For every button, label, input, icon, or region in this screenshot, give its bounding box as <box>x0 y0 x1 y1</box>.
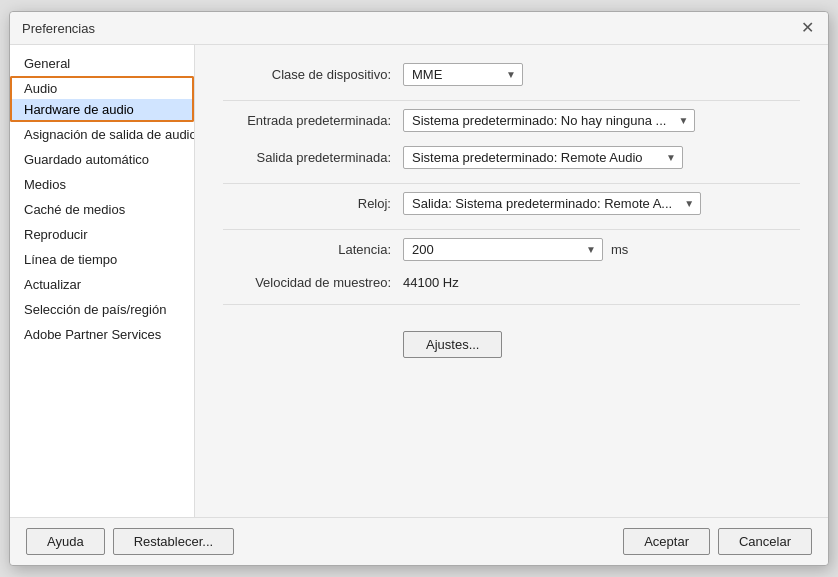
device-class-label: Clase de dispositivo: <box>223 67 403 82</box>
cancel-button[interactable]: Cancelar <box>718 528 812 555</box>
output-control: Sistema predeterminado: Remote Audio ▼ <box>403 146 800 169</box>
device-class-select[interactable]: MME ▼ <box>403 63 523 86</box>
ok-button[interactable]: Aceptar <box>623 528 710 555</box>
clock-label: Reloj: <box>223 196 403 211</box>
sidebar: GeneralAudioHardware de audioAsignación … <box>10 45 195 517</box>
device-class-value: MME <box>412 67 442 82</box>
device-class-row: Clase de dispositivo: MME ▼ <box>223 63 800 86</box>
footer-left: Ayuda Restablecer... <box>26 528 234 555</box>
content-area: Clase de dispositivo: MME ▼ Entrada pred… <box>195 45 828 517</box>
latency-arrow: ▼ <box>586 244 596 255</box>
sample-rate-value: 44100 Hz <box>403 275 459 290</box>
latency-value: 200 <box>412 242 434 257</box>
sidebar-item-linea-de-tiempo[interactable]: Línea de tiempo <box>10 247 194 272</box>
sidebar-item-general[interactable]: General <box>10 51 194 76</box>
sidebar-item-medios[interactable]: Medios <box>10 172 194 197</box>
latency-control: 200 ▼ ms <box>403 238 800 261</box>
clock-arrow: ▼ <box>684 198 694 209</box>
divider-2 <box>223 183 800 184</box>
input-select[interactable]: Sistema predeterminado: No hay ninguna .… <box>403 109 695 132</box>
sidebar-item-audio[interactable]: Audio <box>10 76 194 99</box>
input-value: Sistema predeterminado: No hay ninguna .… <box>412 113 666 128</box>
dialog-footer: Ayuda Restablecer... Aceptar Cancelar <box>10 517 828 565</box>
output-label: Salida predeterminada: <box>223 150 403 165</box>
sample-rate-label: Velocidad de muestreo: <box>223 275 403 290</box>
input-label: Entrada predeterminada: <box>223 113 403 128</box>
clock-row: Reloj: Salida: Sistema predeterminado: R… <box>223 192 800 215</box>
latency-select[interactable]: 200 ▼ <box>403 238 603 261</box>
latency-row: Latencia: 200 ▼ ms <box>223 238 800 261</box>
input-control: Sistema predeterminado: No hay ninguna .… <box>403 109 800 132</box>
preferences-dialog: Preferencias ✕ GeneralAudioHardware de a… <box>9 11 829 566</box>
restore-button[interactable]: Restablecer... <box>113 528 235 555</box>
divider-4 <box>223 304 800 305</box>
output-row: Salida predeterminada: Sistema predeterm… <box>223 146 800 169</box>
title-bar: Preferencias ✕ <box>10 12 828 45</box>
sidebar-item-asignacion[interactable]: Asignación de salida de audio <box>10 122 194 147</box>
sidebar-item-hardware-de-audio[interactable]: Hardware de audio <box>10 99 194 122</box>
output-select[interactable]: Sistema predeterminado: Remote Audio ▼ <box>403 146 683 169</box>
sidebar-item-adobe-partner[interactable]: Adobe Partner Services <box>10 322 194 347</box>
clock-control: Salida: Sistema predeterminado: Remote A… <box>403 192 800 215</box>
ajustes-row: Ajustes... <box>223 313 800 358</box>
device-class-control: MME ▼ <box>403 63 800 86</box>
close-button[interactable]: ✕ <box>799 20 816 36</box>
sample-rate-row: Velocidad de muestreo: 44100 Hz <box>223 275 800 290</box>
sidebar-item-guardado-automatico[interactable]: Guardado automático <box>10 147 194 172</box>
latency-label: Latencia: <box>223 242 403 257</box>
dialog-body: GeneralAudioHardware de audioAsignación … <box>10 45 828 517</box>
help-button[interactable]: Ayuda <box>26 528 105 555</box>
output-arrow: ▼ <box>666 152 676 163</box>
output-value: Sistema predeterminado: Remote Audio <box>412 150 643 165</box>
sidebar-item-reproducir[interactable]: Reproducir <box>10 222 194 247</box>
input-arrow: ▼ <box>678 115 688 126</box>
sidebar-item-cache-medios[interactable]: Caché de medios <box>10 197 194 222</box>
divider-3 <box>223 229 800 230</box>
ajustes-button[interactable]: Ajustes... <box>403 331 502 358</box>
footer-right: Aceptar Cancelar <box>623 528 812 555</box>
sidebar-item-seleccion-pais[interactable]: Selección de país/región <box>10 297 194 322</box>
latency-suffix: ms <box>611 242 628 257</box>
sidebar-item-actualizar[interactable]: Actualizar <box>10 272 194 297</box>
device-class-arrow: ▼ <box>506 69 516 80</box>
divider-1 <box>223 100 800 101</box>
sample-rate-control: 44100 Hz <box>403 275 800 290</box>
clock-value: Salida: Sistema predeterminado: Remote A… <box>412 196 672 211</box>
input-row: Entrada predeterminada: Sistema predeter… <box>223 109 800 132</box>
dialog-title: Preferencias <box>22 21 95 36</box>
clock-select[interactable]: Salida: Sistema predeterminado: Remote A… <box>403 192 701 215</box>
